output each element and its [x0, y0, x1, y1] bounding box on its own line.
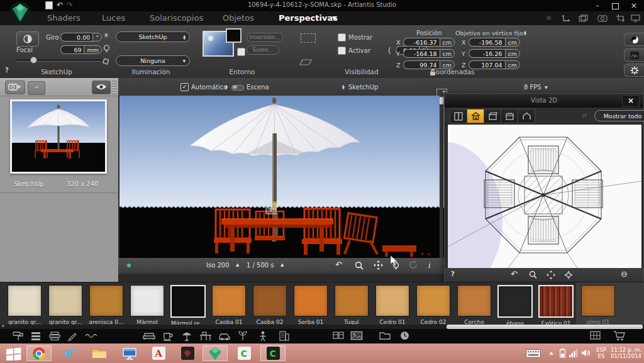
- escena-toggle[interactable]: [231, 85, 244, 91]
- visibility-eye-button[interactable]: [92, 81, 111, 94]
- giro-field[interactable]: 0.00°: [60, 33, 102, 42]
- suelo-button[interactable]: Suelo...: [247, 45, 279, 55]
- viewpoint-thumbnail[interactable]: [10, 99, 107, 174]
- paint-roller-icon[interactable]: [13, 331, 24, 341]
- automatico-checkbox[interactable]: ✓: [180, 83, 189, 91]
- material-tile[interactable]: olmo 01: [579, 285, 618, 325]
- material-tile[interactable]: granito gr...: [46, 285, 85, 325]
- person-icon[interactable]: [259, 331, 267, 341]
- material-tile[interactable]: Caoba 02: [250, 285, 289, 325]
- folder-tab-icon[interactable]: [379, 331, 391, 340]
- iso-spinner-icon[interactable]: ▲: [236, 262, 239, 267]
- material-tile[interactable]: Mármol: [128, 285, 167, 325]
- bricks-icon[interactable]: [48, 331, 61, 341]
- heliodon-select[interactable]: SketchUp ▲▼: [116, 31, 190, 42]
- focal-slider[interactable]: [16, 59, 102, 62]
- pen-icon[interactable]: [67, 331, 77, 341]
- remove-viewpoint-button[interactable]: –: [28, 81, 45, 95]
- taskbar-artlantis[interactable]: [203, 345, 228, 361]
- focal-slider-knob[interactable]: [30, 57, 37, 64]
- material-tile[interactable]: Caoba 01: [209, 285, 248, 325]
- vista-2d-zoom-icon[interactable]: [529, 271, 537, 279]
- target-icon[interactable]: ⊕: [546, 14, 552, 22]
- viewport-scrollbar[interactable]: [440, 96, 443, 258]
- ground-preview-thumbnail[interactable]: [226, 28, 242, 43]
- undo-view-icon[interactable]: ↶: [335, 260, 342, 269]
- activar-checkbox[interactable]: [338, 47, 346, 55]
- desk-icon[interactable]: [199, 331, 212, 341]
- minimize-button[interactable]: –: [590, 1, 605, 11]
- cart-icon[interactable]: [613, 331, 626, 341]
- render-material-button[interactable]: [624, 48, 644, 62]
- material-tile[interactable]: Mármol re...: [169, 285, 208, 327]
- taskbar-camtasia[interactable]: C: [231, 345, 257, 361]
- vista-2d-help-icon[interactable]: ?: [451, 271, 455, 277]
- cup-icon[interactable]: [162, 331, 174, 341]
- menu-solariscopios[interactable]: Solariscopios: [150, 13, 203, 23]
- network-signal-icon[interactable]: [569, 349, 578, 357]
- clock[interactable]: 11:12 p. m.01/11/2014: [609, 347, 641, 359]
- shutter-value[interactable]: 1 / 500 s: [247, 262, 274, 269]
- clock-icon[interactable]: [400, 331, 409, 340]
- car-icon[interactable]: [218, 331, 231, 341]
- plant-icon[interactable]: [238, 331, 248, 341]
- crop-icon[interactable]: [616, 14, 625, 22]
- inversion-button[interactable]: Inversión...: [247, 33, 283, 42]
- material-tile[interactable]: Tugul: [332, 285, 371, 325]
- start-button[interactable]: [1, 345, 26, 361]
- taskbar-autocad[interactable]: A: [146, 345, 171, 361]
- water-icon[interactable]: [85, 331, 99, 341]
- display-icon[interactable]: [631, 14, 640, 22]
- axes-icon[interactable]: [562, 14, 571, 22]
- add-viewpoint-button[interactable]: [5, 81, 25, 94]
- vista-2d-titlebar[interactable]: Vista 2D: [445, 94, 643, 108]
- front-view-button[interactable]: [484, 109, 501, 123]
- scroll-left-icon[interactable]: ◂: [1, 323, 4, 328]
- mostrar-checkbox[interactable]: [338, 33, 346, 42]
- vista-2d-close-button[interactable]: ×: [622, 95, 640, 107]
- windows-pair-icon[interactable]: [333, 331, 344, 340]
- obj-x-field[interactable]: -196.58cm: [469, 38, 520, 47]
- escena-spinner-icon[interactable]: ▲▼: [225, 84, 228, 89]
- objetivo-spinner-icon[interactable]: ▲▼: [524, 30, 526, 35]
- material-tile[interactable]: Cedro 01: [373, 285, 412, 325]
- menu-shaders[interactable]: Shaders: [47, 13, 80, 23]
- taskbar-camtasia-recorder[interactable]: C: [260, 345, 286, 361]
- close-button[interactable]: ×: [626, 1, 641, 11]
- shelf-scrollbar[interactable]: ◂: [0, 325, 644, 329]
- fps-caret-icon[interactable]: ▼: [545, 85, 548, 89]
- image-icon[interactable]: [350, 331, 363, 340]
- material-tile[interactable]: granito gr...: [5, 285, 44, 325]
- mostrar-todo-select[interactable]: Mostrar todo ▲▼: [594, 110, 644, 121]
- menu-objetos[interactable]: Objetos: [223, 13, 254, 23]
- sofa-icon[interactable]: [143, 331, 155, 341]
- tray-expand-icon[interactable]: ▲: [550, 350, 553, 355]
- camera-spinner-icon[interactable]: ▲▼: [342, 84, 345, 89]
- iso-value[interactable]: Iso 200: [206, 262, 230, 269]
- pan-icon[interactable]: [374, 260, 383, 270]
- shutter-spinner-icon[interactable]: ▲: [280, 262, 284, 267]
- material-tile[interactable]: Corcho: [455, 285, 494, 325]
- vista-2d-fit-icon[interactable]: ⊖: [621, 269, 628, 279]
- taskbar-explorer[interactable]: [87, 345, 112, 361]
- zoom-icon[interactable]: [355, 261, 364, 270]
- menu-perspectivas[interactable]: Perspectivas: [279, 13, 338, 23]
- obj-y-field[interactable]: -16.26cm: [469, 49, 520, 58]
- side-view-button[interactable]: [501, 109, 518, 123]
- material-tile[interactable]: Exótico 01: [536, 285, 575, 327]
- lights-select[interactable]: Ninguna▼: [116, 55, 190, 66]
- vista-2d-undo-icon[interactable]: ↶: [511, 269, 518, 279]
- panel-grip[interactable]: [112, 79, 117, 94]
- material-tile[interactable]: ébano: [496, 285, 535, 327]
- material-tile[interactable]: Cedro 02: [414, 285, 453, 325]
- parasol-icon[interactable]: [181, 331, 192, 341]
- menu-luces[interactable]: Luces: [102, 13, 125, 23]
- elevation-view-button[interactable]: [450, 109, 467, 123]
- layers-icon[interactable]: [579, 14, 589, 22]
- viewport-canvas[interactable]: [119, 96, 444, 258]
- building-icon[interactable]: [279, 331, 290, 341]
- grid-catalog-icon[interactable]: [590, 331, 601, 340]
- focal-field[interactable]: 69mm: [60, 45, 102, 54]
- vista-2d-pan-icon[interactable]: [547, 271, 555, 279]
- camera-lens-button[interactable]: [16, 31, 39, 47]
